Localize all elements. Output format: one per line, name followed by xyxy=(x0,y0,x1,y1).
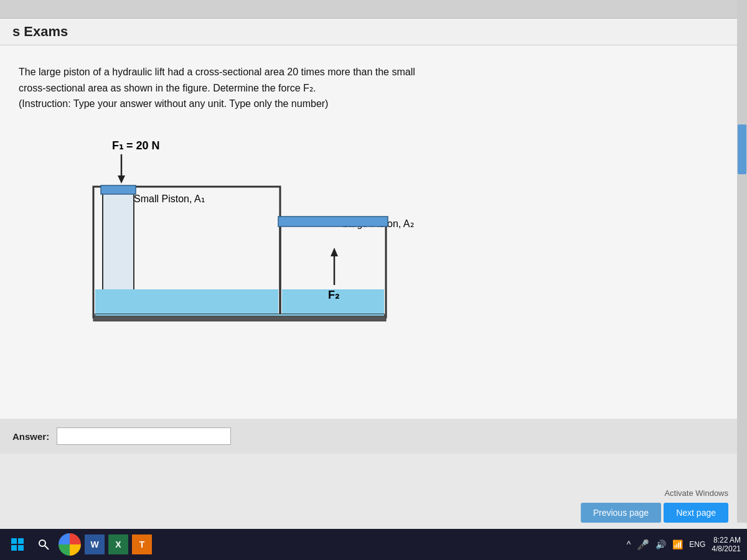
svg-point-4 xyxy=(39,540,45,546)
app-icon[interactable]: T xyxy=(132,534,152,554)
answer-section: Answer: xyxy=(0,419,747,454)
small-piston-cap xyxy=(101,185,136,194)
answer-label: Answer: xyxy=(12,431,49,442)
small-piston-channel xyxy=(103,187,134,296)
f1-label: F₁ = 20 N xyxy=(112,139,160,152)
taskbar-right: ^ 🎤 🔊 📶 ENG 8:22 AM 4/8/2021 xyxy=(627,536,741,553)
answer-input[interactable] xyxy=(57,427,231,445)
speaker-icon: 🔊 xyxy=(655,539,666,549)
chrome-icon[interactable] xyxy=(59,533,81,556)
scrollbar-thumb[interactable] xyxy=(738,124,746,174)
search-taskbar-icon[interactable] xyxy=(32,533,55,556)
word-icon[interactable]: W xyxy=(85,534,105,554)
windows-start-icon[interactable] xyxy=(6,533,29,556)
activate-windows-text: Activate Windows xyxy=(664,488,728,498)
f2-arrowhead xyxy=(331,248,338,256)
f1-arrowhead xyxy=(118,175,125,184)
diagram-container: F₁ = 20 N Small Piston, A₁ Large Piston,… xyxy=(56,131,728,367)
question-text: The large piston of a hydraulic lift had… xyxy=(19,64,703,112)
microphone-icon: 🎤 xyxy=(637,539,649,551)
svg-line-5 xyxy=(45,546,49,549)
svg-rect-3 xyxy=(18,545,24,551)
language-indicator[interactable]: ENG xyxy=(689,540,705,549)
taskbar-clock[interactable]: 8:22 AM 4/8/2021 xyxy=(712,536,741,553)
question-line3: (Instruction: Type your answer without a… xyxy=(19,98,328,109)
scrollbar[interactable] xyxy=(737,0,747,523)
taskbar-time: 8:22 AM xyxy=(712,536,741,544)
tray-icons: ^ xyxy=(627,539,631,549)
page-title: s Exams xyxy=(12,24,68,39)
question-line2: cross-sectional area as shown in the fig… xyxy=(19,83,316,93)
bottom-area: Activate Windows Previous page Next page xyxy=(581,488,728,523)
top-bar xyxy=(0,0,747,19)
f2-label: F₂ xyxy=(328,289,339,301)
small-piston-label: Small Piston, A₁ xyxy=(134,194,205,204)
excel-icon[interactable]: X xyxy=(108,534,128,554)
taskbar-date: 4/8/2021 xyxy=(712,544,741,553)
next-page-button[interactable]: Next page xyxy=(664,503,728,523)
hydraulic-diagram: F₁ = 20 N Small Piston, A₁ Large Piston,… xyxy=(56,131,492,367)
bottom-border xyxy=(93,316,386,321)
header: s Exams xyxy=(0,19,747,45)
svg-rect-2 xyxy=(11,545,17,551)
svg-rect-0 xyxy=(11,538,17,544)
fluid-left xyxy=(95,289,278,315)
taskbar: W X T ^ 🎤 🔊 📶 ENG 8:22 AM 4/8/2021 xyxy=(0,529,747,560)
svg-rect-1 xyxy=(18,538,24,544)
previous-page-button[interactable]: Previous page xyxy=(581,503,662,523)
network-icon: 📶 xyxy=(672,539,683,549)
main-content: The large piston of a hydraulic lift had… xyxy=(0,45,747,419)
nav-buttons: Previous page Next page xyxy=(581,503,728,523)
question-line1: The large piston of a hydraulic lift had… xyxy=(19,67,415,77)
large-piston-cap xyxy=(278,217,388,226)
